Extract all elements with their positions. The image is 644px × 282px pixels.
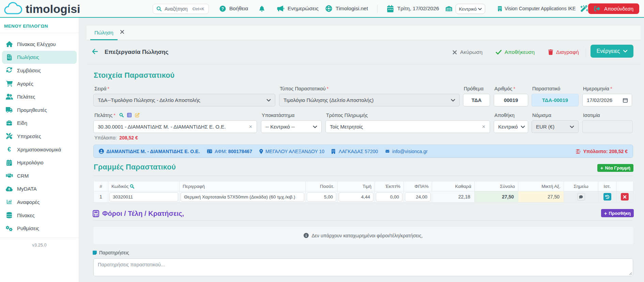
svg-text:?: ? [221, 6, 224, 11]
